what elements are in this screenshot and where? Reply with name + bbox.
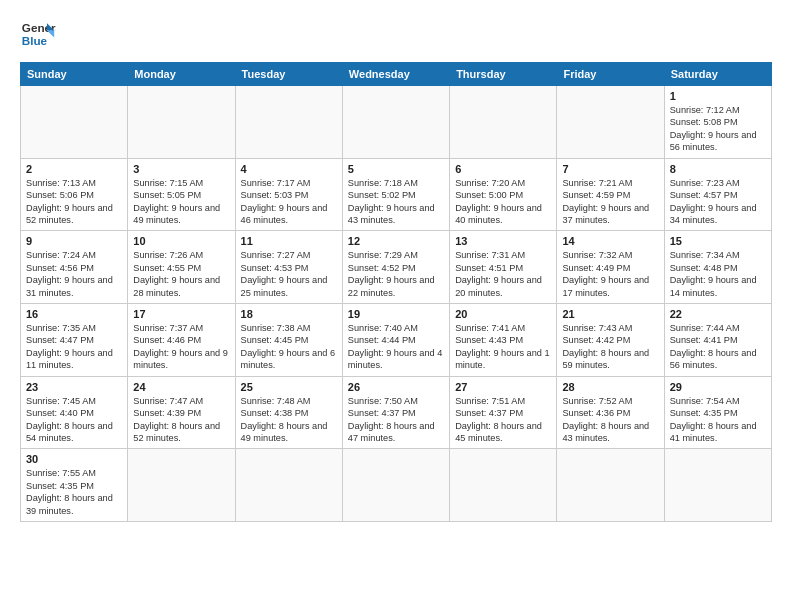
day-number: 4 (241, 163, 337, 175)
page: General Blue SundayMondayTuesdayWednesda… (0, 0, 792, 532)
calendar-cell: 26Sunrise: 7:50 AM Sunset: 4:37 PM Dayli… (342, 376, 449, 449)
day-number: 10 (133, 235, 229, 247)
header-day-monday: Monday (128, 63, 235, 86)
calendar-week-4: 16Sunrise: 7:35 AM Sunset: 4:47 PM Dayli… (21, 304, 772, 377)
calendar-cell: 6Sunrise: 7:20 AM Sunset: 5:00 PM Daylig… (450, 158, 557, 231)
day-info: Sunrise: 7:20 AM Sunset: 5:00 PM Dayligh… (455, 177, 551, 227)
day-number: 29 (670, 381, 766, 393)
calendar-header-row: SundayMondayTuesdayWednesdayThursdayFrid… (21, 63, 772, 86)
day-number: 11 (241, 235, 337, 247)
day-info: Sunrise: 7:44 AM Sunset: 4:41 PM Dayligh… (670, 322, 766, 372)
day-info: Sunrise: 7:31 AM Sunset: 4:51 PM Dayligh… (455, 249, 551, 299)
day-number: 23 (26, 381, 122, 393)
day-number: 16 (26, 308, 122, 320)
calendar-cell: 30Sunrise: 7:55 AM Sunset: 4:35 PM Dayli… (21, 449, 128, 522)
day-info: Sunrise: 7:27 AM Sunset: 4:53 PM Dayligh… (241, 249, 337, 299)
day-number: 7 (562, 163, 658, 175)
day-info: Sunrise: 7:18 AM Sunset: 5:02 PM Dayligh… (348, 177, 444, 227)
calendar-cell (235, 449, 342, 522)
day-number: 14 (562, 235, 658, 247)
calendar-cell: 4Sunrise: 7:17 AM Sunset: 5:03 PM Daylig… (235, 158, 342, 231)
day-info: Sunrise: 7:50 AM Sunset: 4:37 PM Dayligh… (348, 395, 444, 445)
calendar-cell: 27Sunrise: 7:51 AM Sunset: 4:37 PM Dayli… (450, 376, 557, 449)
day-info: Sunrise: 7:15 AM Sunset: 5:05 PM Dayligh… (133, 177, 229, 227)
day-number: 19 (348, 308, 444, 320)
day-number: 15 (670, 235, 766, 247)
day-info: Sunrise: 7:43 AM Sunset: 4:42 PM Dayligh… (562, 322, 658, 372)
calendar-cell: 1Sunrise: 7:12 AM Sunset: 5:08 PM Daylig… (664, 86, 771, 159)
day-info: Sunrise: 7:54 AM Sunset: 4:35 PM Dayligh… (670, 395, 766, 445)
day-info: Sunrise: 7:51 AM Sunset: 4:37 PM Dayligh… (455, 395, 551, 445)
calendar-cell: 25Sunrise: 7:48 AM Sunset: 4:38 PM Dayli… (235, 376, 342, 449)
calendar-cell: 8Sunrise: 7:23 AM Sunset: 4:57 PM Daylig… (664, 158, 771, 231)
day-info: Sunrise: 7:24 AM Sunset: 4:56 PM Dayligh… (26, 249, 122, 299)
calendar-cell: 14Sunrise: 7:32 AM Sunset: 4:49 PM Dayli… (557, 231, 664, 304)
day-info: Sunrise: 7:34 AM Sunset: 4:48 PM Dayligh… (670, 249, 766, 299)
day-number: 26 (348, 381, 444, 393)
day-number: 25 (241, 381, 337, 393)
day-number: 12 (348, 235, 444, 247)
calendar-cell: 13Sunrise: 7:31 AM Sunset: 4:51 PM Dayli… (450, 231, 557, 304)
day-number: 5 (348, 163, 444, 175)
calendar-week-5: 23Sunrise: 7:45 AM Sunset: 4:40 PM Dayli… (21, 376, 772, 449)
calendar-cell (128, 86, 235, 159)
calendar-cell (235, 86, 342, 159)
day-info: Sunrise: 7:17 AM Sunset: 5:03 PM Dayligh… (241, 177, 337, 227)
day-info: Sunrise: 7:12 AM Sunset: 5:08 PM Dayligh… (670, 104, 766, 154)
day-info: Sunrise: 7:35 AM Sunset: 4:47 PM Dayligh… (26, 322, 122, 372)
day-number: 13 (455, 235, 551, 247)
calendar-cell: 18Sunrise: 7:38 AM Sunset: 4:45 PM Dayli… (235, 304, 342, 377)
day-info: Sunrise: 7:41 AM Sunset: 4:43 PM Dayligh… (455, 322, 551, 372)
calendar-cell: 11Sunrise: 7:27 AM Sunset: 4:53 PM Dayli… (235, 231, 342, 304)
day-info: Sunrise: 7:45 AM Sunset: 4:40 PM Dayligh… (26, 395, 122, 445)
header-day-tuesday: Tuesday (235, 63, 342, 86)
calendar-cell: 29Sunrise: 7:54 AM Sunset: 4:35 PM Dayli… (664, 376, 771, 449)
calendar-cell: 17Sunrise: 7:37 AM Sunset: 4:46 PM Dayli… (128, 304, 235, 377)
header-day-thursday: Thursday (450, 63, 557, 86)
day-info: Sunrise: 7:26 AM Sunset: 4:55 PM Dayligh… (133, 249, 229, 299)
day-number: 6 (455, 163, 551, 175)
calendar-cell: 28Sunrise: 7:52 AM Sunset: 4:36 PM Dayli… (557, 376, 664, 449)
calendar-cell: 24Sunrise: 7:47 AM Sunset: 4:39 PM Dayli… (128, 376, 235, 449)
day-info: Sunrise: 7:47 AM Sunset: 4:39 PM Dayligh… (133, 395, 229, 445)
day-number: 1 (670, 90, 766, 102)
calendar-cell (342, 449, 449, 522)
calendar: SundayMondayTuesdayWednesdayThursdayFrid… (20, 62, 772, 522)
day-number: 17 (133, 308, 229, 320)
header: General Blue (20, 16, 772, 52)
day-number: 18 (241, 308, 337, 320)
calendar-week-3: 9Sunrise: 7:24 AM Sunset: 4:56 PM Daylig… (21, 231, 772, 304)
day-number: 30 (26, 453, 122, 465)
day-info: Sunrise: 7:52 AM Sunset: 4:36 PM Dayligh… (562, 395, 658, 445)
calendar-cell (450, 449, 557, 522)
day-number: 3 (133, 163, 229, 175)
day-info: Sunrise: 7:40 AM Sunset: 4:44 PM Dayligh… (348, 322, 444, 372)
day-info: Sunrise: 7:32 AM Sunset: 4:49 PM Dayligh… (562, 249, 658, 299)
calendar-cell: 20Sunrise: 7:41 AM Sunset: 4:43 PM Dayli… (450, 304, 557, 377)
calendar-cell: 5Sunrise: 7:18 AM Sunset: 5:02 PM Daylig… (342, 158, 449, 231)
day-number: 28 (562, 381, 658, 393)
calendar-week-6: 30Sunrise: 7:55 AM Sunset: 4:35 PM Dayli… (21, 449, 772, 522)
day-number: 27 (455, 381, 551, 393)
day-number: 22 (670, 308, 766, 320)
calendar-cell: 21Sunrise: 7:43 AM Sunset: 4:42 PM Dayli… (557, 304, 664, 377)
calendar-cell (664, 449, 771, 522)
calendar-cell: 7Sunrise: 7:21 AM Sunset: 4:59 PM Daylig… (557, 158, 664, 231)
calendar-cell: 3Sunrise: 7:15 AM Sunset: 5:05 PM Daylig… (128, 158, 235, 231)
day-number: 24 (133, 381, 229, 393)
day-info: Sunrise: 7:55 AM Sunset: 4:35 PM Dayligh… (26, 467, 122, 517)
calendar-cell: 2Sunrise: 7:13 AM Sunset: 5:06 PM Daylig… (21, 158, 128, 231)
calendar-cell (557, 86, 664, 159)
calendar-cell (557, 449, 664, 522)
calendar-cell: 19Sunrise: 7:40 AM Sunset: 4:44 PM Dayli… (342, 304, 449, 377)
day-info: Sunrise: 7:21 AM Sunset: 4:59 PM Dayligh… (562, 177, 658, 227)
header-day-sunday: Sunday (21, 63, 128, 86)
calendar-cell: 12Sunrise: 7:29 AM Sunset: 4:52 PM Dayli… (342, 231, 449, 304)
calendar-cell: 23Sunrise: 7:45 AM Sunset: 4:40 PM Dayli… (21, 376, 128, 449)
day-info: Sunrise: 7:38 AM Sunset: 4:45 PM Dayligh… (241, 322, 337, 372)
calendar-cell: 15Sunrise: 7:34 AM Sunset: 4:48 PM Dayli… (664, 231, 771, 304)
day-number: 2 (26, 163, 122, 175)
calendar-cell (21, 86, 128, 159)
header-day-saturday: Saturday (664, 63, 771, 86)
day-info: Sunrise: 7:29 AM Sunset: 4:52 PM Dayligh… (348, 249, 444, 299)
